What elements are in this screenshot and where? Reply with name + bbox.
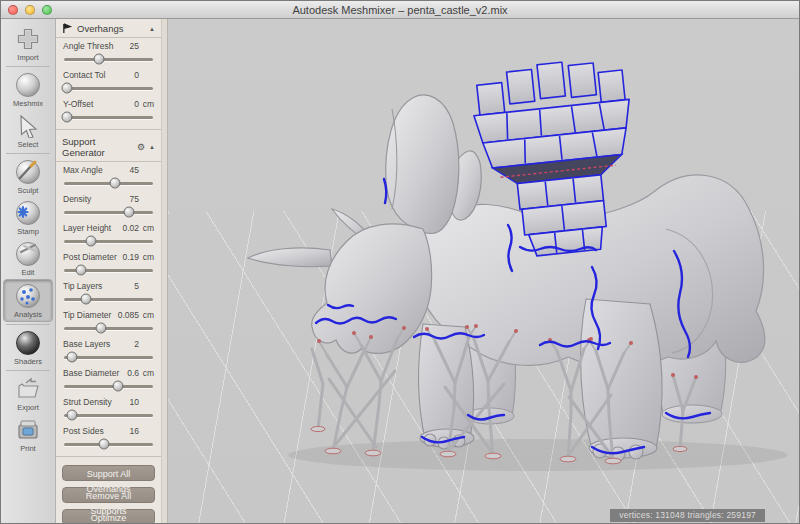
- status-bar: vertices: 131048 triangles: 259197: [610, 509, 765, 522]
- post-diameter-slider[interactable]: [63, 263, 154, 278]
- param-tip-diameter: Tip Diameter0.085cm: [56, 307, 161, 336]
- sidebar-item-import[interactable]: Import: [3, 23, 53, 64]
- slider-handle[interactable]: [96, 323, 107, 334]
- dark-sphere-icon: [15, 330, 41, 356]
- angle-thresh-slider[interactable]: [63, 52, 154, 67]
- sidebar-item-sculpt[interactable]: Sculpt: [3, 156, 53, 197]
- overhangs-header[interactable]: Overhangs ▲: [56, 19, 161, 38]
- printer-icon: [15, 417, 41, 443]
- divider: [6, 66, 50, 67]
- tip-layers-slider[interactable]: [63, 292, 154, 307]
- param-angle-thresh: Angle Thresh25: [56, 38, 161, 67]
- sidebar-item-stamp[interactable]: Stamp: [3, 197, 53, 238]
- sidebar-item-edit[interactable]: Edit: [3, 238, 53, 279]
- sidebar-item-meshmix[interactable]: Meshmix: [3, 69, 53, 110]
- sidebar-item-label: Import: [17, 53, 38, 62]
- ground-shadow: [288, 439, 788, 471]
- param-strut-density: Strut Density10: [56, 394, 161, 423]
- tip-diameter-slider[interactable]: [63, 321, 154, 336]
- param-layer-height: Layer Height0.02cm: [56, 220, 161, 249]
- divider: [6, 153, 50, 154]
- sidebar-item-select[interactable]: Select: [3, 110, 53, 151]
- param-post-diameter: Post Diameter0.19cm: [56, 249, 161, 278]
- slider-handle[interactable]: [123, 207, 134, 218]
- remove-all-supports-button[interactable]: Remove All Supports: [62, 487, 155, 503]
- divider: [56, 452, 161, 457]
- param-base-layers: Base Layers2: [56, 336, 161, 365]
- divider: [6, 370, 50, 371]
- param-contact-tol: Contact Tol0: [56, 67, 161, 96]
- section-title: Support Generator: [62, 136, 133, 158]
- slider-handle[interactable]: [61, 83, 72, 94]
- sphere-icon: [15, 72, 41, 98]
- sidebar-item-shaders[interactable]: Shaders: [3, 327, 53, 368]
- divider: [6, 324, 50, 325]
- zoom-button[interactable]: [42, 5, 52, 15]
- sphere-dots-icon: [15, 283, 41, 309]
- base-layers-slider[interactable]: [63, 350, 154, 365]
- slider-handle[interactable]: [98, 439, 109, 450]
- y-offset-slider[interactable]: [63, 110, 154, 125]
- slider-handle[interactable]: [80, 294, 91, 305]
- sidebar-item-analysis[interactable]: Analysis: [3, 279, 53, 322]
- meshmixer-window: Autodesk Meshmixer – penta_castle_v2.mix…: [0, 0, 800, 524]
- param-tip-layers: Tip Layers5: [56, 278, 161, 307]
- panel-scrollbar-gutter[interactable]: [161, 19, 167, 524]
- title-bar: Autodesk Meshmixer – penta_castle_v2.mix: [1, 1, 799, 19]
- support-generator-header[interactable]: Support Generator ⚙ ▲: [56, 132, 161, 162]
- slider-handle[interactable]: [76, 265, 87, 276]
- param-post-sides: Post Sides16: [56, 423, 161, 452]
- minimize-button[interactable]: [25, 5, 35, 15]
- action-buttons: Support All Overhangs Remove All Support…: [56, 459, 161, 524]
- slider-handle[interactable]: [61, 112, 72, 123]
- contact-tol-slider[interactable]: [63, 81, 154, 96]
- tool-sidebar: Import Meshmix Select Sculpt: [1, 19, 56, 524]
- slider-handle[interactable]: [67, 352, 78, 363]
- sphere-pencil-icon: [15, 241, 41, 267]
- sphere-stamp-icon: [15, 200, 41, 226]
- window-title: Autodesk Meshmixer – penta_castle_v2.mix: [292, 4, 507, 16]
- param-y-offset: Y-Offset0cm: [56, 96, 161, 125]
- export-folder-icon: [15, 376, 41, 402]
- sidebar-item-export[interactable]: Export: [3, 373, 53, 414]
- support-all-overhangs-button[interactable]: Support All Overhangs: [62, 465, 155, 481]
- density-slider[interactable]: [63, 205, 154, 220]
- param-base-diameter: Base Diameter0.6cm: [56, 365, 161, 394]
- max-angle-slider[interactable]: [63, 176, 154, 191]
- base-diameter-slider[interactable]: [63, 379, 154, 394]
- slider-handle[interactable]: [67, 410, 78, 421]
- post-sides-slider[interactable]: [63, 437, 154, 452]
- slider-handle[interactable]: [86, 236, 97, 247]
- sidebar-item-print[interactable]: Print: [3, 414, 53, 455]
- plus-icon: [15, 26, 41, 52]
- overhangs-flag-icon: [62, 23, 73, 34]
- close-button[interactable]: [8, 5, 18, 15]
- cursor-arrow-icon: [15, 113, 41, 139]
- slider-handle[interactable]: [109, 178, 120, 189]
- sphere-brush-icon: [15, 159, 41, 185]
- model-canvas[interactable]: [168, 19, 799, 524]
- viewport-3d[interactable]: vertices: 131048 triangles: 259197: [168, 19, 799, 524]
- properties-panel: Overhangs ▲ Angle Thresh25 Contact Tol0 …: [56, 19, 168, 524]
- slider-handle[interactable]: [112, 381, 123, 392]
- param-density: Density75: [56, 191, 161, 220]
- optimize-orientation-button[interactable]: Optimize Orientation: [62, 509, 155, 524]
- divider: [56, 125, 161, 130]
- settings-gear-icon[interactable]: ⚙: [137, 143, 145, 152]
- slider-handle[interactable]: [94, 54, 105, 65]
- param-max-angle: Max Angle45: [56, 162, 161, 191]
- section-title: Overhangs: [77, 23, 145, 34]
- strut-density-slider[interactable]: [63, 408, 154, 423]
- collapse-icon[interactable]: ▲: [149, 26, 155, 32]
- collapse-icon[interactable]: ▲: [149, 144, 155, 150]
- layer-height-slider[interactable]: [63, 234, 154, 249]
